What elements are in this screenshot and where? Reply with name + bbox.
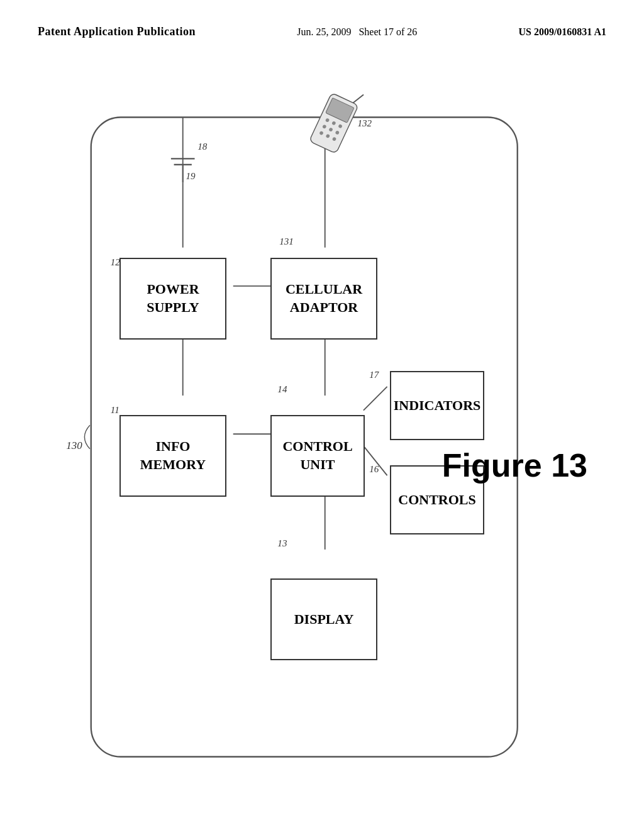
figure-label: Figure 13 [442,446,587,484]
svg-point-12 [325,118,330,123]
svg-point-14 [338,124,343,129]
power-supply-label: POWERSUPPLY [147,280,199,316]
patent-number: US 2009/0160831 A1 [518,26,606,38]
indicators-box: INDICATORS [390,371,484,440]
svg-point-13 [331,121,336,126]
svg-text:130: 130 [66,440,82,451]
display-box: DISPLAY [270,578,377,660]
svg-point-19 [326,134,331,139]
power-supply-box: POWERSUPPLY [119,258,226,340]
info-memory-label: INFOMEMORY [140,438,206,473]
svg-point-18 [319,131,324,136]
display-label: DISPLAY [294,611,354,629]
svg-rect-11 [326,98,354,123]
svg-text:17: 17 [369,370,380,380]
control-unit-label: CONTROLUNIT [282,438,352,473]
control-unit-box: CONTROLUNIT [270,415,365,497]
publication-title: Patent Application Publication [38,25,196,38]
svg-line-30 [364,387,387,411]
svg-text:14: 14 [277,384,287,394]
svg-text:18: 18 [197,141,208,152]
publication-info: Jun. 25, 2009 Sheet 17 of 26 [297,26,417,38]
svg-point-17 [335,130,340,135]
page-header: Patent Application Publication Jun. 25, … [0,25,644,38]
svg-text:132: 132 [358,118,372,128]
indicators-label: INDICATORS [394,397,481,415]
svg-text:13: 13 [277,538,287,548]
controls-label: CONTROLS [398,491,475,509]
svg-text:16: 16 [369,464,379,474]
diagram-container: 18 19 132 [38,82,606,792]
info-memory-box: INFOMEMORY [119,415,226,497]
svg-point-15 [322,124,327,130]
svg-line-32 [364,446,387,475]
svg-point-16 [328,127,333,132]
cellular-adaptor-box: CELLULARADAPTOR [270,258,377,340]
publication-date: Jun. 25, 2009 [297,26,351,37]
svg-text:19: 19 [186,171,196,181]
svg-line-21 [353,92,364,105]
svg-text:11: 11 [111,405,119,415]
svg-point-20 [332,136,337,141]
sheet-info: Sheet 17 of 26 [358,26,417,37]
svg-text:131: 131 [279,236,294,246]
svg-rect-10 [309,93,358,154]
cellular-adaptor-label: CELLULARADAPTOR [286,280,362,316]
